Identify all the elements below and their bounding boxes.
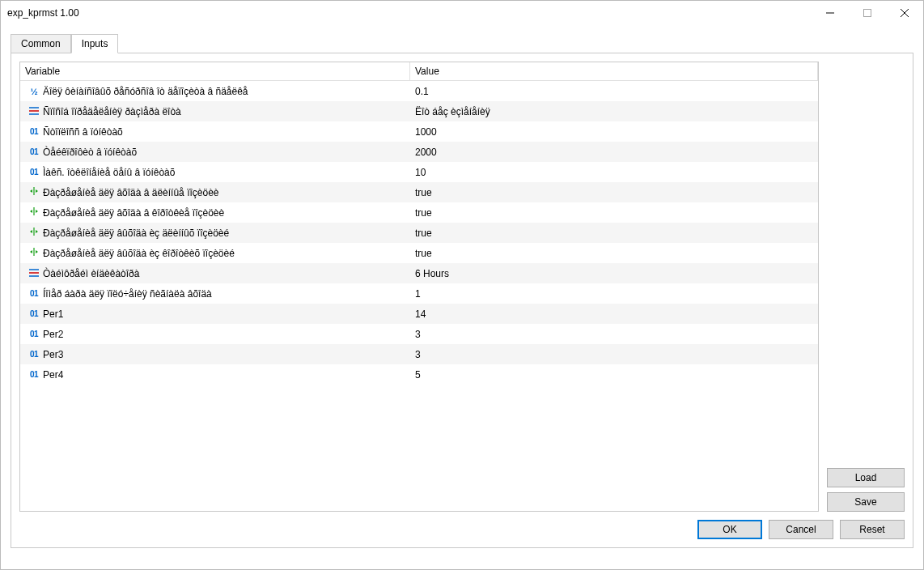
table-row[interactable]: 01Per33 xyxy=(20,344,818,364)
integer-icon: 01 xyxy=(30,370,38,379)
window-controls xyxy=(812,1,923,25)
fraction-icon: ½ xyxy=(30,87,37,96)
reset-button[interactable]: Reset xyxy=(840,520,905,539)
variable-name: Òåéêïðîôèò â ïóíêòàõ xyxy=(43,147,137,158)
variable-name: Ðàçðåøåíèå äëÿ âõîäà â äëèííûå ïîçèöèè xyxy=(43,187,219,198)
table-row[interactable]: 01Per45 xyxy=(20,364,818,385)
integer-icon: 01 xyxy=(30,289,38,298)
window-title: exp_kprmst 1.00 xyxy=(7,7,79,19)
table-row[interactable]: 01Ìàêñ. îòêëîíåíèå öåíû â ïóíêòàõ10 xyxy=(20,162,818,182)
integer-icon: 01 xyxy=(30,330,38,338)
integer-icon: 01 xyxy=(30,309,38,318)
cancel-button[interactable]: Cancel xyxy=(769,520,833,539)
boolean-icon xyxy=(29,186,39,198)
variable-value[interactable]: true xyxy=(415,228,432,239)
table-row[interactable]: 01Per114 xyxy=(20,304,818,324)
table-row[interactable]: 01Òåéêïðîôèò â ïóíêòàõ2000 xyxy=(20,142,818,162)
table-row[interactable]: Ðàçðåøåíèå äëÿ âûõîäà èç êîðîòêèõ ïîçèöè… xyxy=(20,243,818,263)
variable-value[interactable]: 6 Hours xyxy=(415,268,449,279)
ok-button[interactable]: OK xyxy=(697,520,762,539)
variable-value[interactable]: true xyxy=(415,207,432,219)
boolean-icon xyxy=(29,247,39,259)
variable-name: Ñòîïëîññ â ïóíêòàõ xyxy=(43,126,123,138)
variable-name: Per3 xyxy=(43,349,63,360)
variable-value[interactable]: 3 xyxy=(415,329,421,340)
table-body: ½Äîëÿ ôèíàíñîâûõ ðåñóðñîâ îò äåïîçèòà â … xyxy=(20,81,818,385)
save-button[interactable]: Save xyxy=(827,492,905,512)
variable-value[interactable]: 2000 xyxy=(415,147,437,158)
column-value[interactable]: Value xyxy=(410,62,818,80)
integer-icon: 01 xyxy=(30,350,38,359)
variable-name: Per1 xyxy=(43,308,63,320)
variable-name: Äîëÿ ôèíàíñîâûõ ðåñóðñîâ îò äåïîçèòà â ñ… xyxy=(43,86,248,97)
variable-value[interactable]: true xyxy=(415,187,432,198)
minimize-button[interactable] xyxy=(812,1,849,25)
side-buttons: Load Save xyxy=(827,468,905,512)
tab-common[interactable]: Common xyxy=(11,34,71,53)
table-row[interactable]: Òàéìôðåéì èíäèêàòîðà6 Hours xyxy=(20,263,818,283)
variable-value[interactable]: true xyxy=(415,248,432,259)
table-row[interactable]: Ðàçðåøåíèå äëÿ âõîäà â êîðîòêèå ïîçèöèèt… xyxy=(20,202,818,223)
variable-name: Ñïîñîá îïðåäåëåíèÿ ðàçìåðà ëîòà xyxy=(43,106,181,117)
table-row[interactable]: Ðàçðåøåíèå äëÿ âûõîäà èç äëèííûõ ïîçèöèé… xyxy=(20,223,818,243)
variable-value[interactable]: Ëîò áåç èçìåíåíèÿ xyxy=(415,106,490,117)
variable-value[interactable]: 3 xyxy=(415,349,421,360)
enum-icon xyxy=(29,269,39,279)
tab-panel: Variable Value ½Äîëÿ ôèíàíñîâûõ ðåñóðñîâ… xyxy=(11,53,913,548)
variable-value[interactable]: 1 xyxy=(415,288,421,300)
close-button[interactable] xyxy=(886,1,923,25)
tabstrip: Common Inputs xyxy=(11,33,913,53)
variable-name: Ðàçðåøåíèå äëÿ âûõîäà èç äëèííûõ ïîçèöèé xyxy=(43,228,229,239)
variable-name: Òàéìôðåéì èíäèêàòîðà xyxy=(43,268,139,279)
variable-name: Íîìåð áàðà äëÿ ïîëó÷åíèÿ ñèãíàëà âõîäà xyxy=(43,288,212,300)
table-row[interactable]: Ñïîñîá îïðåäåëåíèÿ ðàçìåðà ëîòàËîò áåç è… xyxy=(20,101,818,121)
load-button[interactable]: Load xyxy=(827,468,905,487)
integer-icon: 01 xyxy=(30,168,38,177)
variable-value[interactable]: 5 xyxy=(415,369,421,381)
table-row[interactable]: 01Ñòîïëîññ â ïóíêòàõ1000 xyxy=(20,121,818,142)
variable-value[interactable]: 0.1 xyxy=(415,86,429,97)
table-row[interactable]: Ðàçðåøåíèå äëÿ âõîäà â äëèííûå ïîçèöèètr… xyxy=(20,182,818,202)
tab-inputs[interactable]: Inputs xyxy=(71,34,119,53)
content: Common Inputs Variable Value ½Äîëÿ ôèíàí… xyxy=(1,25,923,558)
variable-value[interactable]: 10 xyxy=(415,167,426,178)
enum-icon xyxy=(29,107,39,117)
variable-name: Ìàêñ. îòêëîíåíèå öåíû â ïóíêòàõ xyxy=(43,167,175,178)
table-header: Variable Value xyxy=(20,62,818,81)
boolean-icon xyxy=(29,227,39,239)
variable-name: Per4 xyxy=(43,369,63,381)
maximize-button[interactable] xyxy=(849,1,886,25)
integer-icon: 01 xyxy=(30,127,38,136)
footer-buttons: OK Cancel Reset xyxy=(19,520,905,539)
table-row[interactable]: ½Äîëÿ ôèíàíñîâûõ ðåñóðñîâ îò äåïîçèòà â … xyxy=(20,81,818,101)
inputs-table: Variable Value ½Äîëÿ ôèíàíñîâûõ ðåñóðñîâ… xyxy=(19,62,819,512)
variable-name: Ðàçðåøåíèå äëÿ âûõîäà èç êîðîòêèõ ïîçèöè… xyxy=(43,248,235,259)
boolean-icon xyxy=(29,206,39,219)
variable-name: Per2 xyxy=(43,329,63,340)
column-variable[interactable]: Variable xyxy=(20,62,410,80)
titlebar: exp_kprmst 1.00 xyxy=(1,1,923,25)
integer-icon: 01 xyxy=(30,147,38,156)
table-row[interactable]: 01Per23 xyxy=(20,324,818,344)
table-row[interactable]: 01Íîìåð áàðà äëÿ ïîëó÷åíèÿ ñèãíàëà âõîäà… xyxy=(20,283,818,304)
svg-rect-1 xyxy=(864,10,871,17)
variable-name: Ðàçðåøåíèå äëÿ âõîäà â êîðîòêèå ïîçèöèè xyxy=(43,207,224,219)
variable-value[interactable]: 14 xyxy=(415,308,426,320)
variable-value[interactable]: 1000 xyxy=(415,126,437,138)
